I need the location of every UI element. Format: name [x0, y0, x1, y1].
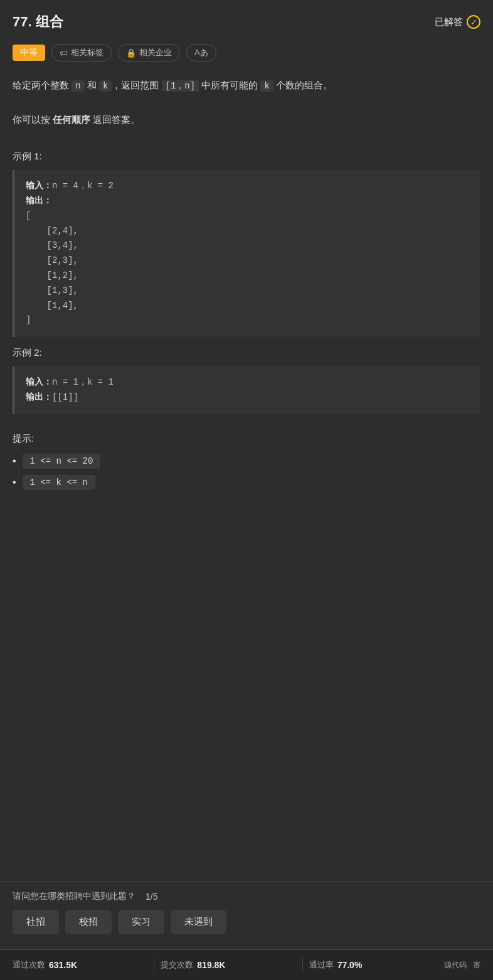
footer-buttons: 社招 校招 实习 未遇到 [13, 910, 480, 934]
stat-pass-count: 通过次数 631.5K [13, 959, 147, 971]
related-tags-label: 相关标签 [71, 47, 103, 58]
hint-bullet-2: • [13, 477, 16, 488]
examples-section: 示例 1: 输入：n = 4，k = 2 输出： [ [2,4], [3,4],… [0, 134, 493, 420]
page-title: 77. 组合 [13, 13, 63, 31]
footer-question-row: 请问您在哪类招聘中遇到此题？ 1/5 [13, 891, 480, 902]
k-code2: k [260, 80, 273, 92]
stat-label-submit: 提交次数 [161, 959, 193, 971]
tags-row: 中等 🏷 相关标签 🔒 相关企业 Aあ [0, 39, 493, 72]
stats-bar: 通过次数 631.5K 提交次数 819.8K 通过率 77.0% 源代码 宻 [0, 949, 493, 980]
hints-label: 提示: [13, 433, 480, 445]
footer-question-count: 1/5 [146, 892, 157, 902]
solved-icon: ✓ [467, 15, 480, 29]
misc-link[interactable]: 宻 [473, 960, 480, 971]
hint-code-1: 1 <= n <= 20 [23, 454, 101, 469]
solved-badge: 已解答 ✓ [435, 15, 480, 29]
page-container: 77. 组合 已解答 ✓ 中等 🏷 相关标签 🔒 相关企业 Aあ 给定两个整数 … [0, 0, 493, 980]
stat-value-submit: 819.8K [197, 960, 225, 970]
stats-right-links: 源代码 宻 [444, 960, 480, 971]
example1-label: 示例 1: [13, 151, 480, 162]
solved-label: 已解答 [435, 16, 463, 28]
footer-question: 请问您在哪类招聘中遇到此题？ 1/5 社招 校招 实习 未遇到 [0, 881, 493, 949]
related-tags-button[interactable]: 🏷 相关标签 [51, 44, 112, 61]
lock-icon: 🔒 [126, 48, 136, 58]
source-link[interactable]: 源代码 [444, 960, 467, 971]
n-code: n [72, 80, 84, 92]
header: 77. 组合 已解答 ✓ [0, 0, 493, 39]
btn-shezao[interactable]: 社招 [13, 910, 59, 934]
btn-not-seen[interactable]: 未遇到 [171, 910, 226, 934]
stat-divider-1 [154, 957, 154, 972]
btn-shixi[interactable]: 实习 [118, 910, 164, 934]
related-company-label: 相关企业 [139, 47, 172, 58]
hint-bullet-1: • [13, 455, 16, 467]
stat-label-rate: 通过率 [309, 959, 334, 971]
stat-divider-2 [302, 957, 303, 972]
footer-question-text: 请问您在哪类招聘中遇到此题？ [13, 891, 135, 902]
example2-block: 输入：n = 1，k = 1 输出：[[1]] [13, 366, 480, 414]
hint-code-2: 1 <= k <= n [23, 475, 95, 490]
related-company-button[interactable]: 🔒 相关企业 [118, 44, 180, 61]
range-code: [1，n] [162, 80, 199, 92]
tag-icon: 🏷 [60, 48, 68, 58]
font-button[interactable]: Aあ [186, 44, 216, 61]
stat-label-pass: 通过次数 [13, 959, 45, 971]
example2-label: 示例 2: [13, 347, 480, 359]
k-code: k [99, 80, 112, 92]
bold-text: 任何顺序 [53, 114, 90, 125]
stat-value-pass: 631.5K [49, 960, 77, 970]
hints-section: 提示: • 1 <= n <= 20 • 1 <= k <= n [0, 420, 493, 506]
hint-item-2: • 1 <= k <= n [13, 475, 480, 490]
hint-item-1: • 1 <= n <= 20 [13, 454, 480, 469]
stat-submit-count: 提交次数 819.8K [161, 959, 295, 971]
description: 给定两个整数 n 和 k，返回范围 [1，n] 中所有可能的 k 个数的组合。 … [0, 72, 493, 134]
desc-line1: 给定两个整数 n 和 k，返回范围 [1，n] 中所有可能的 k 个数的组合。 [13, 77, 480, 94]
difficulty-tag[interactable]: 中等 [13, 45, 45, 61]
desc-line2: 你可以按 任何顺序 返回答案。 [13, 111, 480, 128]
stat-pass-rate: 通过率 77.0% [309, 959, 444, 971]
example1-block: 输入：n = 4，k = 2 输出： [ [2,4], [3,4], [2,3]… [13, 170, 480, 337]
stat-value-rate: 77.0% [337, 960, 363, 970]
font-label: Aあ [194, 47, 208, 58]
btn-xiaozao[interactable]: 校招 [65, 910, 112, 934]
